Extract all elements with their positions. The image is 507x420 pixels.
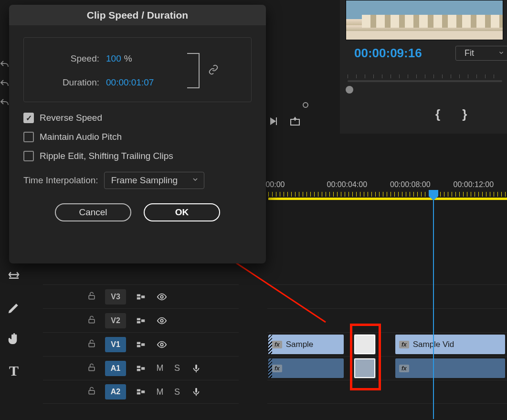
svg-rect-20 [141, 367, 145, 370]
track-target-a1[interactable]: A1 [105, 361, 126, 376]
cancel-button-label: Cancel [79, 207, 107, 218]
sync-lock-icon[interactable] [135, 387, 147, 397]
hand-tool-icon[interactable] [5, 330, 23, 348]
fx-badge[interactable]: fx [272, 341, 282, 348]
cancel-button[interactable]: Cancel [55, 203, 131, 221]
audio-clip[interactable]: fx [268, 358, 344, 378]
speed-value[interactable]: 100 [106, 53, 121, 64]
svg-point-6 [160, 295, 163, 298]
track-header-a2[interactable]: A2 M S [43, 380, 239, 404]
timeline-tracks-area[interactable]: fx Sample fx Sample Vid fx fx [267, 284, 507, 404]
timeline-ruler[interactable]: :00:00 00:00:04:00 00:00:08:00 00:00:12:… [264, 180, 507, 204]
eye-icon[interactable] [156, 315, 168, 326]
video-clip-sample[interactable]: fx Sample [268, 335, 344, 354]
mute-toggle[interactable]: M [156, 363, 164, 373]
reverse-speed-row[interactable]: ✓ Reverse Speed [23, 113, 252, 123]
mic-icon[interactable] [190, 363, 202, 374]
track-header-v3[interactable]: V3 [43, 284, 239, 308]
sync-lock-icon[interactable] [135, 292, 147, 302]
clip-speed-duration-dialog: Clip Speed / Duration Speed: 100 % Durat… [9, 5, 266, 263]
duration-value[interactable]: 00:00:01:07 [106, 77, 154, 88]
work-area-bar[interactable] [268, 198, 507, 200]
lane-a1[interactable]: fx fx [267, 356, 507, 380]
sync-lock-icon[interactable] [135, 363, 147, 374]
time-interpolation-value: Frame Sampling [111, 175, 178, 185]
monitor-scrub-handle[interactable] [346, 86, 353, 94]
svg-rect-12 [89, 343, 95, 347]
fx-badge[interactable]: fx [272, 365, 282, 372]
type-tool-icon[interactable]: T [5, 362, 23, 380]
lock-icon[interactable] [87, 363, 96, 374]
chevron-down-icon [191, 175, 199, 186]
lane-a2[interactable] [267, 380, 507, 404]
mark-out-icon[interactable]: } [462, 107, 467, 122]
track-target-a2[interactable]: A2 [105, 384, 126, 399]
track-header-v2[interactable]: V2 [43, 308, 239, 332]
mic-icon[interactable] [190, 387, 202, 397]
link-icon[interactable] [208, 64, 219, 77]
svg-rect-24 [137, 392, 140, 395]
mark-in-icon[interactable]: { [435, 107, 440, 122]
svg-rect-2 [89, 295, 95, 299]
lock-icon[interactable] [87, 291, 96, 303]
chevron-down-icon [498, 48, 505, 58]
overflow-indicator-icon[interactable] [303, 102, 308, 108]
lock-icon[interactable] [87, 315, 96, 326]
video-clip-sample-vid[interactable]: fx Sample Vid [395, 335, 505, 354]
lock-icon[interactable] [87, 386, 96, 398]
speed-unit: % [124, 53, 132, 64]
duration-label: Duration: [37, 77, 99, 88]
solo-toggle[interactable]: S [173, 363, 181, 373]
lock-icon[interactable] [87, 339, 96, 350]
audio-clip-selected[interactable] [354, 358, 375, 378]
svg-rect-7 [89, 319, 95, 323]
maintain-pitch-checkbox[interactable] [23, 132, 34, 142]
monitor-scrub-track[interactable] [348, 80, 502, 82]
svg-rect-22 [89, 390, 95, 394]
pen-tool-icon[interactable] [5, 299, 23, 317]
eye-icon[interactable] [156, 292, 168, 302]
program-monitor-preview[interactable] [346, 0, 503, 40]
lane-v3[interactable] [267, 284, 507, 308]
mute-toggle[interactable]: M [156, 387, 164, 397]
svg-rect-17 [89, 367, 95, 371]
fx-badge[interactable]: fx [399, 365, 409, 372]
track-header-v1[interactable]: V1 [43, 332, 239, 356]
sync-lock-icon[interactable] [135, 315, 147, 326]
svg-rect-4 [137, 297, 140, 299]
maintain-pitch-row[interactable]: Maintain Audio Pitch [23, 132, 252, 142]
zoom-fit-dropdown[interactable]: Fit [455, 46, 507, 61]
sync-lock-icon[interactable] [135, 339, 147, 350]
ripple-edit-row[interactable]: Ripple Edit, Shifting Trailing Clips [23, 151, 252, 161]
video-clip-selected[interactable] [354, 335, 375, 354]
track-target-v2[interactable]: V2 [105, 313, 126, 328]
svg-rect-3 [137, 294, 140, 296]
svg-rect-25 [141, 390, 145, 393]
eye-icon[interactable] [156, 339, 168, 350]
export-frame-icon[interactable] [289, 116, 301, 129]
slip-tool-icon[interactable] [5, 267, 23, 285]
play-around-icon[interactable] [267, 116, 279, 129]
svg-rect-23 [137, 389, 140, 392]
ruler-ticks [268, 192, 507, 197]
lane-v2[interactable] [267, 308, 507, 332]
source-panel-buttons [267, 116, 301, 129]
program-monitor-panel: 00:00:09:16 Fit { } [340, 0, 507, 134]
track-target-v1[interactable]: V1 [105, 337, 126, 352]
reverse-speed-checkbox[interactable]: ✓ [23, 113, 34, 123]
timeline-playhead[interactable] [433, 190, 434, 419]
ruler-label: :00:00 [264, 180, 317, 189]
audio-clip[interactable]: fx [395, 358, 505, 378]
track-target-v3[interactable]: V3 [105, 289, 126, 304]
time-interpolation-dropdown[interactable]: Frame Sampling [104, 172, 204, 189]
lane-v1[interactable]: fx Sample fx Sample Vid [267, 332, 507, 356]
ruler-labels: :00:00 00:00:04:00 00:00:08:00 00:00:12:… [264, 180, 507, 189]
solo-toggle[interactable]: S [173, 387, 181, 397]
ripple-edit-checkbox[interactable] [23, 151, 34, 161]
fx-badge[interactable]: fx [399, 341, 409, 348]
track-header-area: V3 V2 V1 A1 M S A2 M S [43, 284, 239, 404]
program-timecode[interactable]: 00:00:09:16 [354, 46, 422, 61]
ok-button[interactable]: OK [144, 203, 220, 221]
track-header-a1[interactable]: A1 M S [43, 356, 239, 380]
ok-button-label: OK [175, 207, 189, 218]
